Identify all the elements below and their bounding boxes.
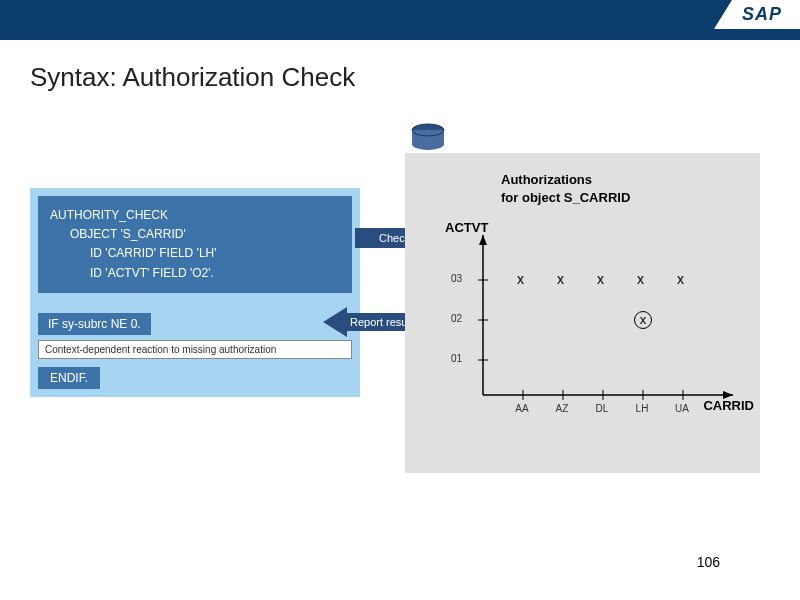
- x-tick-ua: UA: [671, 403, 693, 414]
- data-point: x: [557, 271, 564, 287]
- data-point: x: [677, 271, 684, 287]
- code-line-1: AUTHORITY_CHECK: [50, 206, 340, 225]
- chart-title-line1: Authorizations: [501, 171, 744, 189]
- data-point: x: [597, 271, 604, 287]
- chart-panel: Authorizations for object S_CARRID ACTVT…: [405, 153, 760, 473]
- chart-title: Authorizations for object S_CARRID: [501, 171, 744, 207]
- chart-area: ACTVT 03 02 01 AA AZ DL: [421, 225, 744, 435]
- chart-axes: [473, 235, 743, 415]
- code-line-2: OBJECT 'S_CARRID': [50, 225, 340, 244]
- x-tick-dl: DL: [591, 403, 613, 414]
- data-point: x: [637, 271, 644, 287]
- y-tick-01: 01: [451, 353, 462, 364]
- page-number: 106: [697, 554, 720, 570]
- x-axis-label: CARRID: [703, 398, 754, 413]
- endif-statement: ENDIF.: [38, 367, 100, 389]
- svg-marker-7: [479, 235, 487, 245]
- x-tick-aa: AA: [511, 403, 533, 414]
- code-panel: AUTHORITY_CHECK OBJECT 'S_CARRID' ID 'CA…: [30, 188, 360, 397]
- x-tick-az: AZ: [551, 403, 573, 414]
- sap-logo: SAP: [742, 4, 782, 24]
- code-line-4: ID 'ACTVT' FIELD 'O2'.: [50, 264, 340, 283]
- if-statement: IF sy-subrc NE 0.: [38, 313, 151, 335]
- chart-title-line2: for object S_CARRID: [501, 189, 744, 207]
- header-bar: SAP: [0, 0, 800, 40]
- context-comment: Context-dependent reaction to missing au…: [38, 340, 352, 359]
- y-axis-label: ACTVT: [445, 220, 488, 235]
- authority-check-block: AUTHORITY_CHECK OBJECT 'S_CARRID' ID 'CA…: [38, 196, 352, 293]
- data-point: x: [517, 271, 524, 287]
- logo-container: SAP: [714, 0, 800, 29]
- database-icon: [410, 123, 446, 155]
- y-tick-02: 02: [451, 313, 462, 324]
- y-tick-03: 03: [451, 273, 462, 284]
- svg-point-2: [412, 138, 444, 150]
- code-line-3: ID 'CARRID' FIELD 'LH': [50, 244, 340, 263]
- x-tick-lh: LH: [631, 403, 653, 414]
- page-title: Syntax: Authorization Check: [30, 62, 800, 93]
